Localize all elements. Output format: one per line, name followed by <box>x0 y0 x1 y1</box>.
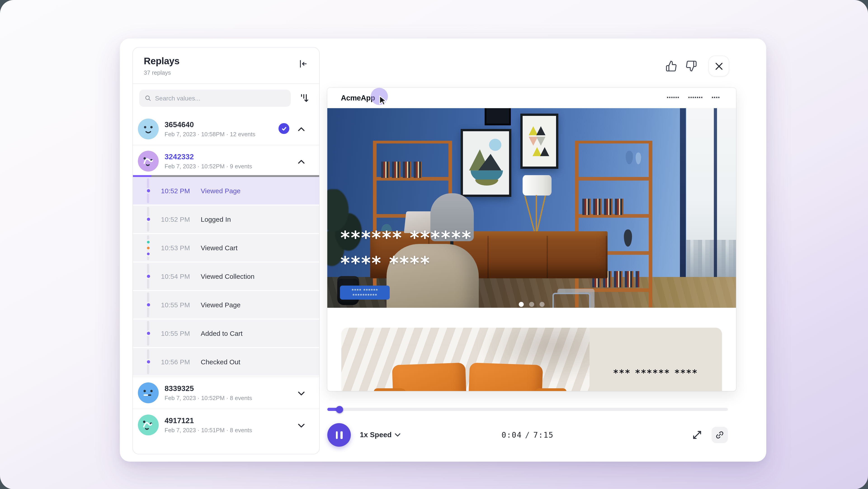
event-label: Logged In <box>201 215 231 223</box>
collapse-sidebar-button[interactable] <box>297 57 309 70</box>
hero-vase <box>624 229 632 247</box>
event-timeline-rail <box>133 205 161 233</box>
sidebar-header: Replays 37 replays <box>133 48 319 84</box>
search-input[interactable] <box>155 94 285 102</box>
session-row-8339325[interactable]: 8339325 Feb 7, 2023 · 10:52PM · 8 events <box>133 377 319 409</box>
hero-poster-mountains <box>461 129 511 197</box>
event-time: 10:55 PM <box>161 329 201 337</box>
session-row-3654640[interactable]: 3654640 Feb 7, 2023 · 10:58PM · 12 event… <box>133 113 319 145</box>
replay-site-header: AcmeApp ****** ******* **** <box>327 88 736 108</box>
replay-modal: Replays 37 replays <box>120 38 766 462</box>
couch-cushion <box>392 363 467 391</box>
carousel-dot <box>539 302 545 307</box>
expand-button[interactable] <box>690 428 704 442</box>
chevron-down-icon <box>395 433 401 437</box>
hero-cta-button: **** ****** ********** <box>340 286 390 299</box>
hero-books <box>582 199 626 215</box>
time-display: 0:04/7:15 <box>502 430 554 439</box>
event-row[interactable]: 10:56 PM Checked Out <box>133 348 319 376</box>
search-icon <box>145 94 151 102</box>
selected-check-badge[interactable] <box>278 123 289 134</box>
product-text-panel: *** ****** **** <box>590 328 722 391</box>
event-time: 10:53 PM <box>161 244 201 252</box>
close-button[interactable] <box>708 56 729 77</box>
search-box[interactable] <box>139 90 291 107</box>
speed-selector[interactable]: 1x Speed <box>360 431 401 439</box>
event-time: 10:56 PM <box>161 358 201 366</box>
session-row-3242332[interactable]: 3242332 Feb 7, 2023 · 10:52PM · 9 events <box>133 145 319 177</box>
search-row <box>133 84 319 113</box>
session-list: 3654640 Feb 7, 2023 · 10:58PM · 12 event… <box>133 113 319 454</box>
event-timeline-rail <box>133 319 161 347</box>
progress-knob[interactable] <box>336 406 343 413</box>
site-logo: AcmeApp <box>341 94 375 102</box>
avatar <box>138 414 159 435</box>
nav-item-masked: ******* <box>688 96 703 100</box>
hero-window <box>686 108 736 279</box>
pause-icon <box>340 431 342 439</box>
event-dot <box>145 216 151 222</box>
sort-button[interactable] <box>297 90 312 106</box>
copy-link-button[interactable] <box>712 427 728 443</box>
site-nav: ****** ******* **** <box>667 96 722 100</box>
chevron-down-icon[interactable] <box>297 389 306 398</box>
session-id: 3654640 <box>164 120 255 129</box>
page-title: Replays <box>144 56 308 66</box>
session-row-4917121[interactable]: 4917121 Feb 7, 2023 · 10:51PM · 8 events <box>133 409 319 441</box>
progress-bar[interactable] <box>327 408 728 411</box>
chevron-down-icon[interactable] <box>297 421 306 430</box>
avatar-face-icon <box>138 382 159 403</box>
hero-headline-masked: ****** ****** **** **** <box>340 225 472 276</box>
replay-count: 37 replays <box>144 69 308 76</box>
chevron-up-icon[interactable] <box>297 157 306 166</box>
event-row[interactable]: 10:52 PM Viewed Page <box>133 177 319 205</box>
cursor-icon <box>378 95 387 106</box>
event-label: Viewed Page <box>201 301 241 309</box>
event-row[interactable]: 10:54 PM Viewed Collection <box>133 262 319 290</box>
link-icon <box>715 430 724 439</box>
thumbs-down-icon <box>685 60 697 72</box>
thumbs-up-button[interactable] <box>664 59 678 73</box>
couch-cushion <box>468 363 543 391</box>
session-id: 4917121 <box>164 416 252 425</box>
avatar <box>138 382 159 403</box>
hero-bookshelf-right <box>575 141 652 307</box>
hero-books <box>381 162 422 178</box>
event-row[interactable]: 10:55 PM Viewed Page <box>133 291 319 319</box>
chevron-up-icon[interactable] <box>297 124 306 134</box>
hero-image: ****** ****** **** **** **** ****** ****… <box>327 108 736 308</box>
avatar <box>138 151 159 172</box>
event-list: 10:52 PM Viewed Page 10:52 PM Logged In <box>133 177 319 376</box>
event-dot <box>145 239 151 244</box>
session-meta: Feb 7, 2023 · 10:52PM · 8 events <box>164 395 252 401</box>
event-timeline-rail <box>133 348 161 376</box>
event-row[interactable]: 10:52 PM Logged In <box>133 205 319 233</box>
avatar-face-icon <box>138 118 159 139</box>
feedback-toolbar <box>664 56 729 77</box>
avatar-face-icon <box>138 414 159 435</box>
event-row[interactable]: 10:55 PM Added to Cart <box>133 319 319 347</box>
event-dot <box>145 302 151 308</box>
event-timeline-rail <box>133 234 161 262</box>
hero-headline-line1: ****** ****** <box>340 225 472 250</box>
thumbs-down-button[interactable] <box>684 59 698 73</box>
event-dot <box>145 251 151 256</box>
event-dot <box>145 245 151 251</box>
hero-tripod-lamp-shade <box>523 175 552 196</box>
pause-button[interactable] <box>327 423 351 447</box>
event-label: Checked Out <box>201 358 240 366</box>
product-image-couch <box>341 328 590 391</box>
couch-illustration <box>386 362 554 391</box>
nav-item-masked: ****** <box>667 96 680 100</box>
event-timeline-rail <box>133 177 161 205</box>
event-row[interactable]: 10:53 PM Viewed Cart <box>133 234 319 262</box>
event-label: Viewed Collection <box>201 272 254 280</box>
event-dot <box>145 330 151 336</box>
hero-cta-label-masked: **** ****** ********** <box>340 288 390 297</box>
current-time: 0:04 <box>502 430 522 439</box>
player-right-controls <box>690 427 728 443</box>
collapse-left-icon <box>298 59 308 69</box>
event-time: 10:52 PM <box>161 187 201 195</box>
event-dot <box>145 359 151 365</box>
event-time: 10:52 PM <box>161 215 201 223</box>
